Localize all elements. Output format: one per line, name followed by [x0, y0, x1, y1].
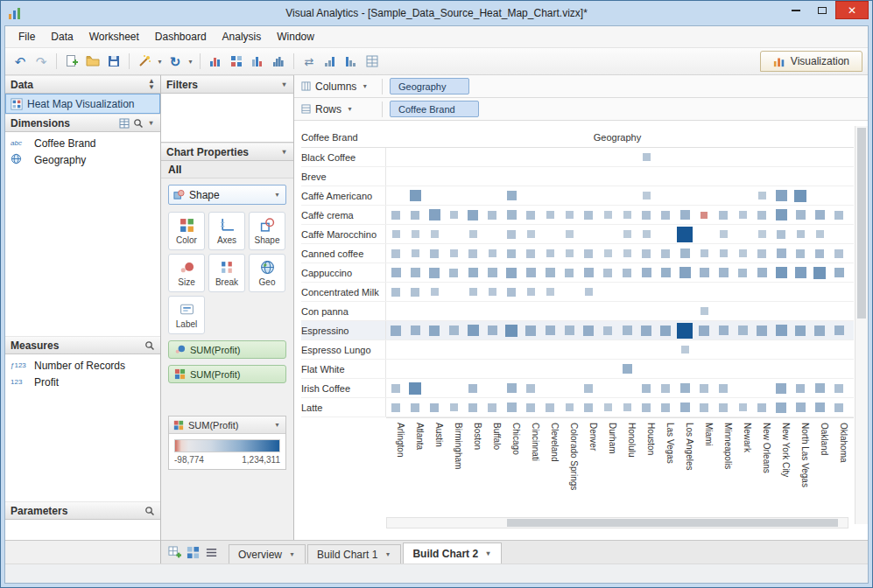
heatmap-cell[interactable] — [502, 398, 521, 416]
heatmap-cell[interactable] — [694, 263, 714, 282]
heatmap-cell[interactable] — [771, 148, 791, 166]
heatmap-mark[interactable] — [738, 269, 747, 277]
heatmap-mark[interactable] — [623, 364, 632, 374]
heatmap-cell[interactable] — [810, 225, 829, 243]
heatmap-cell[interactable] — [617, 302, 637, 320]
heatmap-mark[interactable] — [719, 268, 729, 277]
heatmap-cell[interactable] — [637, 321, 656, 340]
heatmap-mark[interactable] — [623, 403, 631, 411]
heatmap-cell[interactable] — [714, 340, 733, 359]
heatmap-cell[interactable] — [771, 302, 791, 320]
heatmap-mark[interactable] — [489, 288, 496, 296]
heatmap-cell[interactable] — [637, 225, 656, 243]
heatmap-mark[interactable] — [623, 269, 631, 277]
collapse-expand-icon[interactable]: ▲▼ — [148, 79, 155, 90]
heatmap-mark[interactable] — [739, 211, 747, 219]
column-label[interactable]: Denver — [579, 418, 598, 515]
heatmap-cell[interactable] — [810, 360, 829, 378]
heatmap-cell[interactable] — [829, 321, 848, 340]
heatmap-cell[interactable] — [752, 283, 771, 301]
heatmap-cell[interactable] — [482, 302, 502, 320]
heatmap-cell[interactable] — [444, 148, 463, 166]
heatmap-cell[interactable] — [425, 283, 444, 301]
heatmap-mark[interactable] — [643, 153, 651, 161]
heatmap-cell[interactable] — [675, 302, 694, 320]
heatmap-mark[interactable] — [546, 403, 554, 412]
heatmap-mark[interactable] — [430, 403, 439, 412]
heatmap-cell[interactable] — [733, 283, 752, 301]
heatmap-mark[interactable] — [795, 267, 806, 278]
heatmap-cell[interactable] — [694, 206, 714, 224]
heatmap-mark[interactable] — [642, 268, 651, 277]
heatmap-cell[interactable] — [540, 340, 560, 359]
heatmap-cell[interactable] — [752, 379, 771, 397]
heatmap-mark[interactable] — [429, 268, 440, 278]
heatmap-cell[interactable] — [405, 244, 425, 262]
heatmap-cell[interactable] — [771, 186, 791, 205]
heatmap-cell[interactable] — [444, 206, 463, 224]
heatmap-cell[interactable] — [560, 148, 579, 166]
heatmap-cell[interactable] — [502, 148, 521, 166]
shape-button[interactable]: Shape — [249, 212, 285, 250]
heatmap-cell[interactable] — [425, 398, 444, 416]
heatmap-mark[interactable] — [719, 326, 729, 335]
heatmap-mark[interactable] — [680, 402, 690, 412]
heatmap-cell[interactable] — [444, 398, 463, 416]
heatmap-mark[interactable] — [468, 384, 477, 393]
heatmap-cell[interactable] — [560, 263, 579, 282]
heatmap-mark[interactable] — [507, 288, 516, 297]
heatmap-mark[interactable] — [641, 326, 651, 336]
heatmap-cell[interactable] — [386, 244, 405, 262]
heatmap-mark[interactable] — [701, 212, 708, 219]
heatmap-cell[interactable] — [482, 321, 502, 340]
heatmap-cell[interactable] — [405, 225, 425, 243]
heatmap-mark[interactable] — [507, 210, 517, 220]
heatmap-mark[interactable] — [525, 326, 536, 336]
heatmap-cell[interactable] — [829, 186, 848, 205]
heatmap-cell[interactable] — [694, 398, 714, 416]
heatmap-cell[interactable] — [444, 360, 463, 378]
heatmap-mark[interactable] — [720, 230, 728, 238]
heatmap-mark[interactable] — [700, 384, 708, 393]
heatmap-cell[interactable] — [386, 283, 405, 301]
heatmap-cell[interactable] — [386, 206, 405, 224]
heatmap-cell[interactable] — [540, 398, 560, 416]
heatmap-cell[interactable] — [598, 263, 617, 282]
heatmap-cell[interactable] — [386, 379, 405, 397]
heatmap-cell[interactable] — [579, 302, 598, 320]
heatmap-mark[interactable] — [468, 325, 479, 336]
heatmap-mark[interactable] — [777, 248, 786, 258]
row-label[interactable]: Caffè crema — [301, 206, 386, 224]
heatmap-cell[interactable] — [463, 379, 482, 397]
heatmap-mark[interactable] — [566, 211, 574, 219]
heatmap-cell[interactable] — [425, 379, 444, 397]
view-as-table-icon[interactable] — [119, 118, 130, 129]
filters-shelf[interactable] — [161, 94, 293, 143]
heatmap-cell[interactable] — [733, 321, 752, 340]
heatmap-mark[interactable] — [526, 384, 535, 393]
heatmap-cell[interactable] — [540, 186, 560, 205]
heatmap-mark[interactable] — [623, 211, 631, 219]
heatmap-cell[interactable] — [521, 167, 540, 186]
heatmap-cell[interactable] — [463, 263, 482, 282]
heatmap-mark[interactable] — [758, 192, 766, 200]
row-label[interactable]: Concentrated Milk — [301, 283, 386, 301]
heatmap-cell[interactable] — [482, 340, 502, 359]
heatmap-cell[interactable] — [598, 302, 617, 320]
heatmap-mark[interactable] — [604, 249, 612, 257]
heatmap-cell[interactable] — [617, 148, 637, 166]
heatmap-cell[interactable] — [502, 167, 521, 186]
column-label[interactable]: Minneapolis — [714, 418, 733, 515]
chevron-down-icon[interactable]: ▾ — [187, 58, 194, 66]
heatmap-mark[interactable] — [815, 402, 825, 412]
heatmap-cell[interactable] — [463, 302, 482, 320]
heatmap-cell[interactable] — [540, 148, 560, 166]
heatmap-mark[interactable] — [623, 249, 631, 257]
row-label[interactable]: Cappuccino — [301, 263, 386, 282]
heatmap-mark[interactable] — [526, 211, 535, 220]
heatmap-cell[interactable] — [425, 302, 444, 320]
heatmap-cell[interactable] — [405, 186, 425, 205]
heatmap-cell[interactable] — [502, 321, 521, 340]
heatmap-mark[interactable] — [816, 230, 824, 238]
heatmap-cell[interactable] — [752, 398, 771, 416]
